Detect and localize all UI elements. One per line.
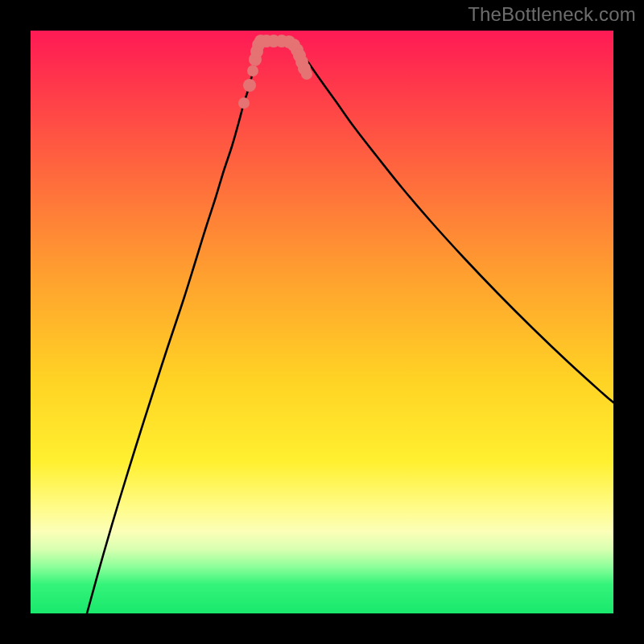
- chart-frame: TheBottleneck.com: [0, 0, 644, 644]
- valley-marker: [243, 79, 256, 92]
- chart-svg: [31, 31, 613, 613]
- marker-group: [238, 35, 312, 109]
- right-curve: [291, 41, 613, 402]
- valley-marker: [238, 97, 250, 109]
- watermark-text: TheBottleneck.com: [468, 3, 636, 26]
- left-curve: [87, 41, 259, 613]
- curve-group: [87, 41, 613, 613]
- valley-marker: [301, 68, 312, 80]
- valley-marker: [247, 65, 258, 76]
- plot-area: [31, 31, 613, 613]
